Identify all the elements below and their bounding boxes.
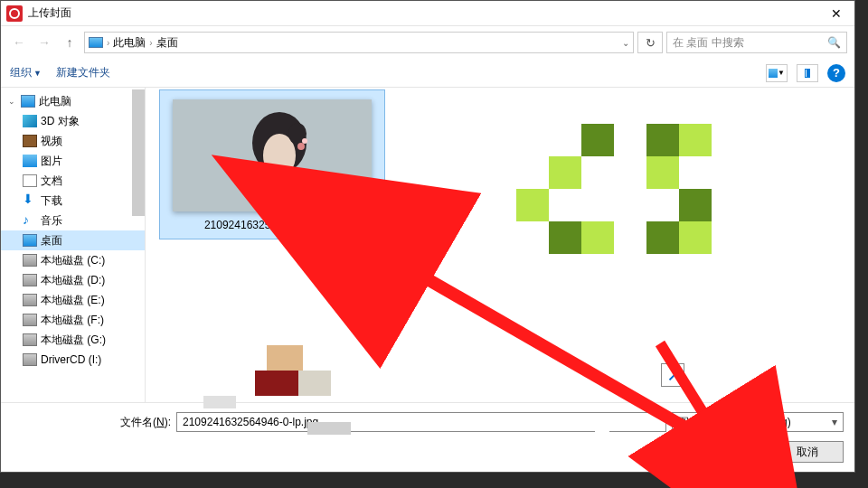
sidebar-item-music[interactable]: ♪音乐 <box>1 211 145 230</box>
search-input[interactable]: 在 桌面 中搜索 🔍 <box>666 32 847 53</box>
redaction-block <box>255 371 298 396</box>
view-mode-button[interactable]: ▼ <box>766 64 788 82</box>
refresh-button[interactable]: ↻ <box>637 32 663 53</box>
sidebar-item-3d[interactable]: 3D 对象 <box>1 111 145 131</box>
filename-label: 文件名(N): <box>120 415 171 430</box>
sidebar-item-pictures[interactable]: 图片 <box>1 151 145 171</box>
shortcut-overlay-icon: ↗ <box>661 363 684 387</box>
redaction-block <box>307 422 351 435</box>
dialog-body: ⌄此电脑 3D 对象 视频 图片 文档 ⬇下载 ♪音乐 桌面 本地磁盘 (C:)… <box>1 88 854 402</box>
sidebar-item-videos[interactable]: 视频 <box>1 131 145 151</box>
file-thumbnail <box>173 99 372 211</box>
back-button[interactable]: ← <box>8 32 30 53</box>
sidebar-item-disk-c[interactable]: 本地磁盘 (C:) <box>1 250 145 270</box>
open-button[interactable]: 选择 <box>690 441 762 463</box>
redaction-block <box>703 421 723 434</box>
navbar: ← → ↑ › 此电脑 › 桌面 ⌄ ↻ 在 桌面 中搜索 🔍 <box>1 26 854 59</box>
pc-icon <box>89 37 103 48</box>
chevron-right-icon: › <box>149 38 152 48</box>
sidebar-item-disk-e[interactable]: 本地磁盘 (E:) <box>1 290 145 310</box>
redaction-block <box>267 345 303 371</box>
breadcrumb-dropdown-icon[interactable]: ⌄ <box>622 38 629 48</box>
dialog-footer: 文件名(N): 图片 (*.png;*.jpeg;*.jpg) 选择 取消 <box>1 402 854 472</box>
scrollbar-thumb[interactable] <box>132 89 145 216</box>
filename-input[interactable] <box>176 412 666 432</box>
redaction-block <box>203 396 236 408</box>
sidebar-item-disk-f[interactable]: 本地磁盘 (F:) <box>1 310 145 330</box>
toolbar: 组织 ▼ 新建文件夹 ▼ ? <box>1 59 854 88</box>
file-type-filter[interactable]: 图片 (*.png;*.jpeg;*.jpg) <box>672 412 844 432</box>
organize-menu[interactable]: 组织 ▼ <box>10 65 42 80</box>
pixelated-thumbnail[interactable] <box>516 124 712 254</box>
up-button[interactable]: ↑ <box>59 32 80 53</box>
breadcrumb[interactable]: › 此电脑 › 桌面 ⌄ <box>84 32 634 53</box>
preview-pane-button[interactable] <box>797 64 818 82</box>
file-item-selected[interactable]: 2109241632564946-0-lp.jpg <box>159 89 385 239</box>
cancel-button[interactable]: 取消 <box>771 441 844 463</box>
redaction-block <box>298 371 331 396</box>
titlebar: 上传封面 ✕ <box>1 1 854 26</box>
file-name-label: 2109241632564946-0-lp.jpg <box>160 217 384 239</box>
new-folder-button[interactable]: 新建文件夹 <box>56 65 110 80</box>
search-placeholder: 在 桌面 中搜索 <box>673 35 744 51</box>
file-list[interactable]: 2109241632564946-0-lp.jpg ↗ <box>146 88 854 402</box>
breadcrumb-root[interactable]: 此电脑 <box>113 35 146 51</box>
sidebar-item-disk-d[interactable]: 本地磁盘 (D:) <box>1 270 145 290</box>
breadcrumb-current[interactable]: 桌面 <box>156 35 178 51</box>
close-button[interactable]: ✕ <box>818 1 854 26</box>
sidebar-item-disk-g[interactable]: 本地磁盘 (G:) <box>1 330 145 350</box>
sidebar-item-drivercd[interactable]: DriverCD (I:) <box>1 350 145 370</box>
dialog-title: 上传封面 <box>28 5 818 21</box>
sidebar-item-desktop[interactable]: 桌面 <box>1 230 145 250</box>
thumbnail-image <box>236 107 326 211</box>
sidebar-item-downloads[interactable]: ⬇下载 <box>1 191 145 211</box>
svg-point-3 <box>297 143 305 150</box>
file-open-dialog: 上传封面 ✕ ← → ↑ › 此电脑 › 桌面 ⌄ ↻ 在 桌面 中搜索 🔍 组… <box>0 0 855 473</box>
sidebar-item-pc[interactable]: ⌄此电脑 <box>1 91 145 111</box>
sidebar: ⌄此电脑 3D 对象 视频 图片 文档 ⬇下载 ♪音乐 桌面 本地磁盘 (C:)… <box>1 88 146 402</box>
sidebar-item-documents[interactable]: 文档 <box>1 171 145 191</box>
help-button[interactable]: ? <box>827 64 845 82</box>
app-icon <box>6 5 23 22</box>
svg-point-4 <box>302 138 307 144</box>
redaction-block <box>595 422 609 433</box>
search-icon: 🔍 <box>827 36 841 49</box>
chevron-right-icon: › <box>107 38 109 48</box>
redaction-block <box>588 313 642 327</box>
forward-button[interactable]: → <box>33 32 55 53</box>
